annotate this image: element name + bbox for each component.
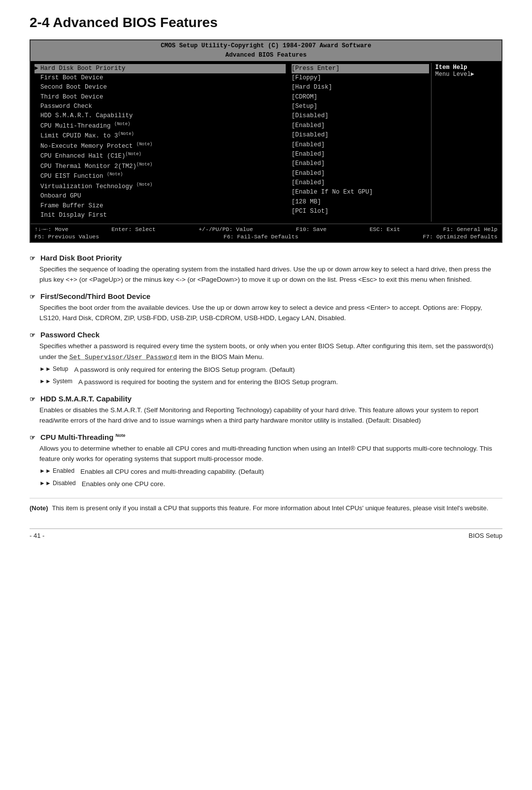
section-marker-icon: ☞ [30, 331, 35, 339]
bios-footer-item: F5: Previous Values [34, 233, 99, 240]
bios-footer-item: ↑↓→←: Move [34, 226, 68, 232]
subsection-row: ►► SetupA password is only required for … [39, 364, 502, 375]
bios-menu-values: [Press Enter][Floppy][Hard Disk][CDROM][… [290, 63, 431, 222]
section-description: Specifies whether a password is required… [39, 341, 502, 362]
subsection-bullet: ►► Disabled [39, 479, 76, 490]
section-title: ☞First/Second/Third Boot Device [30, 292, 502, 300]
section-title: ☞HDD S.M.A.R.T. Capability [30, 395, 502, 403]
section-marker-icon: ☞ [30, 255, 35, 262]
bios-menu-row: Init Display First [34, 211, 286, 220]
bios-menu-row: Third Boot Device [34, 93, 286, 102]
section-description: Specifies the boot order from the availa… [39, 302, 502, 324]
section-title-text: First/Second/Third Boot Device [40, 292, 150, 300]
section-subsections: ►► EnabledEnables all CPU cores and mult… [39, 466, 502, 489]
bios-menu-row: CPU Multi-Threading (Note) [34, 121, 286, 132]
section-description: Enables or disables the S.M.A.R.T. (Self… [39, 405, 502, 426]
section-marker-icon: ☞ [30, 395, 35, 403]
page-footer: - 41 - BIOS Setup [30, 528, 502, 539]
bios-footer-item: F1: General Help [443, 226, 498, 232]
bios-footer-item: Enter: Select [111, 226, 156, 232]
bios-footer-item: F10: Save [296, 226, 327, 232]
bios-menu-row: Second Boot Device [34, 83, 286, 92]
bios-footer: ↑↓→←: MoveEnter: Select+/-/PU/PD: ValueF… [31, 224, 501, 242]
subsection-text: Enables only one CPU core. [82, 479, 166, 490]
subsection-text: A password is required for booting the s… [78, 377, 338, 388]
page-title: 2-4 Advanced BIOS Features [30, 15, 502, 31]
bios-menu-row: CPU Enhanced Halt (C1E)(Note) [34, 151, 286, 162]
section-description: Specifies the sequence of loading the op… [39, 264, 502, 285]
content-section-cpu-multi-threading: ☞CPU Multi-Threading NoteAllows you to d… [30, 433, 502, 489]
bios-menu-value: [Enabled] [292, 121, 429, 131]
section-title: ☞Password Check [30, 330, 502, 339]
bios-menu-row: CPU Thermal Monitor 2(TM2)(Note) [34, 162, 286, 172]
subsection-text: A password is only required for entering… [74, 364, 295, 375]
bios-menu-row: CPU EIST Function (Note) [34, 171, 286, 182]
section-description: Allows you to determine whether to enabl… [39, 443, 502, 464]
bios-menu-row: Frame Buffer Size [34, 201, 286, 211]
bios-footer-item: F6: Fail-Safe Defaults [224, 233, 299, 240]
bios-help-panel: Item Help Menu Level► [431, 63, 501, 222]
bios-menu-labels: ►Hard Disk Boot PriorityFirst Boot Devic… [31, 63, 290, 222]
section-title: ☞Hard Disk Boot Priority [30, 254, 502, 262]
bios-screenshot: CMOS Setup Utility-Copyright (C) 1984-20… [30, 39, 502, 243]
section-title: ☞CPU Multi-Threading Note [30, 433, 502, 441]
bios-menu-row: Password Check [34, 102, 286, 111]
subsection-row: ►► SystemA password is required for boot… [39, 377, 502, 388]
bios-menu-row: Limit CPUID Max. to 3(Note) [34, 131, 286, 141]
subsection-row: ►► DisabledEnables only one CPU core. [39, 479, 502, 490]
bios-menu-row: HDD S.M.A.R.T. Capability [34, 111, 286, 121]
bios-menu-value: [Floppy] [292, 73, 429, 83]
section-subsections: ►► SetupA password is only required for … [39, 364, 502, 387]
section-title-text: HDD S.M.A.R.T. Capability [40, 395, 132, 403]
bios-menu-row: First Boot Device [34, 73, 286, 83]
section-marker-icon: ☞ [30, 293, 35, 300]
subsection-row: ►► EnabledEnables all CPU cores and mult… [39, 466, 502, 477]
content-section-first-second-third-boot-device: ☞First/Second/Third Boot DeviceSpecifies… [30, 292, 502, 324]
subsection-bullet: ►► System [39, 377, 72, 388]
bios-menu-value: [Enabled] [292, 140, 429, 150]
bios-menu-value: [Enabled] [292, 178, 429, 188]
bios-menu-row: No-Execute Memory Protect (Note) [34, 141, 286, 152]
bios-menu-value: [Hard Disk] [292, 83, 429, 92]
bios-footer-item: +/-/PU/PD: Value [199, 226, 253, 232]
bios-note: (Note) This item is present only if you … [30, 498, 502, 514]
subsection-bullet: ►► Setup [39, 364, 68, 375]
bios-menu-value: [PCI Slot] [292, 207, 429, 216]
subsection-text: Enables all CPU cores and multi-threadin… [80, 466, 264, 477]
section-title-text: CPU Multi-Threading Note [40, 433, 126, 441]
section-marker-icon: ☞ [30, 434, 35, 441]
bios-menu-row: Onboard GPU [34, 192, 286, 201]
section-title-text: Hard Disk Boot Priority [40, 254, 122, 262]
subsection-bullet: ►► Enabled [39, 466, 74, 477]
section-title-text: Password Check [40, 330, 100, 339]
bios-menu-value: [128 MB] [292, 198, 429, 207]
bios-menu-value: [Press Enter] [292, 64, 429, 73]
bios-menu-value: [Enable If No Ext GPU] [292, 188, 429, 197]
bios-header: CMOS Setup Utility-Copyright (C) 1984-20… [31, 40, 501, 61]
bios-menu-value: [Disabled] [292, 111, 429, 121]
bios-menu-value: [Setup] [292, 102, 429, 111]
bios-footer-item: ESC: Exit [369, 226, 400, 232]
content-section-hard-disk-boot-priority: ☞Hard Disk Boot PrioritySpecifies the se… [30, 254, 502, 285]
bios-menu-value: [Enabled] [292, 159, 429, 168]
bios-menu-row: ►Hard Disk Boot Priority [34, 64, 286, 73]
bios-menu-value: [Enabled] [292, 169, 429, 178]
bios-menu-value: [Disabled] [292, 131, 429, 140]
content-section-hdd-smart: ☞HDD S.M.A.R.T. CapabilityEnables or dis… [30, 395, 502, 426]
bios-menu-value: [Enabled] [292, 150, 429, 159]
bios-menu-row: Virtualization Technology (Note) [34, 182, 286, 192]
content-section-password-check: ☞Password CheckSpecifies whether a passw… [30, 330, 502, 388]
bios-menu-value: [CDROM] [292, 93, 429, 102]
bios-footer-item: F7: Optimized Defaults [423, 233, 498, 240]
